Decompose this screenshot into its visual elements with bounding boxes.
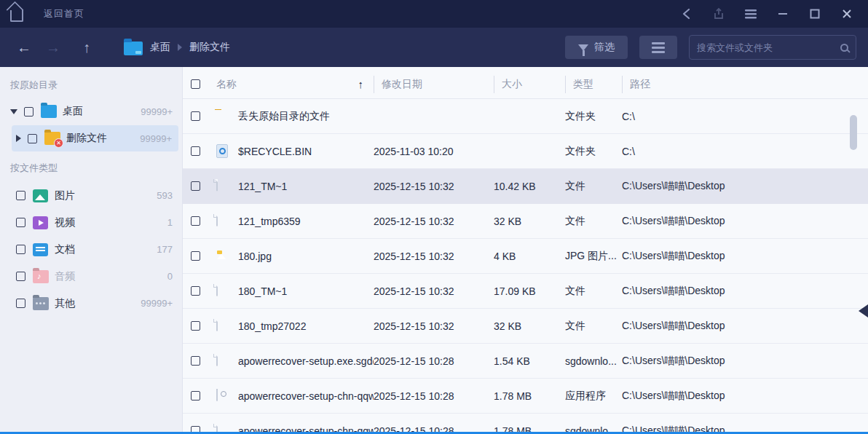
toolbar: ← → ↑ 桌面 删除文件 筛选: [0, 28, 868, 67]
other-files-icon: [33, 297, 49, 310]
breadcrumb-desktop[interactable]: 桌面: [150, 41, 170, 54]
table-row[interactable]: apowerrecover-setup-chn-qqw... 2025-12-1…: [183, 414, 868, 434]
checkbox[interactable]: [191, 391, 200, 401]
view-menu-button[interactable]: [639, 36, 677, 59]
checkbox[interactable]: [191, 181, 200, 191]
table-row-selected[interactable]: 121_TM~1 2025-12-15 10:32 10.42 KB 文件 C:…: [183, 169, 868, 204]
file-size: 4 KB: [494, 250, 565, 262]
filter-button[interactable]: 筛选: [565, 36, 628, 59]
application-icon: [216, 389, 218, 401]
file-path: C:\Users\喵喵\Desktop: [622, 355, 868, 368]
column-header-name[interactable]: 名称 ↑: [183, 70, 374, 98]
sidebar-item-others[interactable]: 其他 99999+: [0, 290, 182, 317]
table-row[interactable]: apowerrecover-setup.exe.sgdo... 2025-12-…: [183, 344, 868, 379]
caret-down-icon[interactable]: [10, 109, 17, 114]
table-row[interactable]: 丢失原始目录的文件 文件夹 C:\: [183, 99, 868, 134]
table-header: 名称 ↑ 修改日期 大小 类型 路径: [183, 70, 868, 99]
checkbox[interactable]: [191, 356, 200, 366]
sort-ascending-icon[interactable]: ↑: [358, 78, 364, 90]
vertical-scrollbar[interactable]: [850, 115, 857, 150]
file-name: 180.jpg: [238, 250, 272, 262]
sidebar-item-label: 音频: [55, 270, 75, 283]
column-header-date[interactable]: 修改日期: [374, 70, 494, 98]
item-count: 99999+: [141, 106, 173, 117]
home-icon: [10, 10, 23, 22]
column-header-type[interactable]: 类型: [565, 70, 622, 98]
hamburger-icon: [652, 42, 665, 44]
sidebar-item-audio[interactable]: ♪ 音频 0: [0, 263, 182, 290]
checkbox[interactable]: [28, 134, 37, 143]
home-button-label: 返回首页: [44, 7, 84, 20]
table-row[interactable]: 180_TM~1 2025-12-15 10:32 17.09 KB 文件 C:…: [183, 274, 868, 309]
up-button[interactable]: ↑: [74, 39, 99, 56]
menu-icon[interactable]: [740, 4, 762, 23]
breadcrumb-deleted-files[interactable]: 删除文件: [189, 41, 230, 54]
sidebar-item-desktop[interactable]: 桌面 99999+: [0, 99, 182, 124]
file-name: 丢失原始目录的文件: [238, 110, 330, 123]
select-all-checkbox[interactable]: [191, 79, 200, 89]
checkbox[interactable]: [191, 251, 200, 261]
sidebar-item-videos[interactable]: 视频 1: [0, 209, 182, 236]
home-button[interactable]: 返回首页: [10, 6, 84, 22]
file-size: 1.78 MB: [494, 390, 565, 402]
checkbox[interactable]: [191, 321, 200, 331]
table-row[interactable]: 121_tmp6359 2025-12-15 10:32 32 KB 文件 C:…: [183, 204, 868, 239]
search-icon[interactable]: [840, 44, 848, 52]
column-header-size[interactable]: 大小: [494, 70, 565, 98]
file-path: C:\Users\喵喵\Desktop: [622, 320, 868, 333]
caret-right-icon[interactable]: [16, 135, 21, 142]
column-header-path[interactable]: 路径: [622, 70, 868, 98]
close-icon[interactable]: [836, 4, 858, 23]
filter-button-label: 筛选: [594, 41, 615, 54]
checkbox[interactable]: [191, 146, 200, 156]
checkbox[interactable]: [16, 299, 25, 308]
checkbox[interactable]: [16, 245, 25, 254]
file-type: 文件: [565, 180, 622, 193]
export-icon[interactable]: [708, 4, 730, 23]
file-path: C:\: [622, 111, 868, 122]
audio-icon: ♪: [33, 270, 49, 283]
search-box: [689, 35, 856, 60]
app-window: 返回首页 ← → ↑: [0, 0, 868, 434]
checkbox[interactable]: [16, 272, 25, 281]
file-path: C:\Users\喵喵\Desktop: [622, 390, 868, 403]
file-date: 2025-11-03 10:20: [374, 146, 494, 157]
funnel-icon: [578, 44, 588, 51]
sidebar-item-documents[interactable]: 文档 177: [0, 236, 182, 263]
file-name: 180_TM~1: [238, 285, 287, 297]
sidebar-item-label: 其他: [55, 297, 75, 310]
minimize-icon[interactable]: [772, 4, 794, 23]
table-row[interactable]: apowerrecover-setup-chn-qqw... 2025-12-1…: [183, 379, 868, 414]
sidebar-item-images[interactable]: 图片 593: [0, 182, 182, 209]
file-size: 17.09 KB: [494, 285, 565, 297]
document-icon: [33, 243, 48, 256]
file-icon: [216, 179, 218, 192]
file-size: 32 KB: [494, 216, 565, 227]
sidebar-item-deleted-files[interactable]: ✕ 删除文件 99999+: [12, 125, 178, 151]
checkbox[interactable]: [191, 111, 200, 121]
file-date: 2025-12-15 10:28: [374, 355, 494, 367]
search-input[interactable]: [697, 42, 840, 53]
checkbox[interactable]: [24, 107, 33, 117]
file-type: 文件: [565, 320, 622, 333]
checkbox[interactable]: [191, 286, 200, 296]
file-name: apowerrecover-setup-chn-qqw...: [238, 390, 374, 402]
folder-icon: [41, 105, 57, 118]
item-count: 1: [167, 217, 173, 228]
table-row[interactable]: 180.jpg 2025-12-15 10:32 4 KB JPG 图片... …: [183, 239, 868, 274]
table-row[interactable]: 180_tmp27022 2025-12-15 10:32 32 KB 文件 C…: [183, 309, 868, 344]
checkbox[interactable]: [191, 216, 200, 226]
checkbox[interactable]: [16, 218, 25, 227]
maximize-icon[interactable]: [804, 4, 826, 23]
file-name: 121_tmp6359: [238, 216, 301, 227]
file-name: $RECYCLE.BIN: [238, 146, 312, 157]
file-type: 文件夹: [565, 145, 622, 158]
forward-button[interactable]: →: [41, 39, 66, 56]
back-button[interactable]: ←: [12, 39, 36, 56]
file-icon: [216, 284, 218, 296]
file-table: 名称 ↑ 修改日期 大小 类型 路径 丢失原始目录的文件 文件夹 C:\ $RE…: [183, 67, 868, 434]
collapse-panel-arrow-icon[interactable]: [859, 304, 868, 317]
checkbox[interactable]: [16, 191, 25, 200]
share-icon[interactable]: [676, 4, 698, 23]
table-row[interactable]: $RECYCLE.BIN 2025-11-03 10:20 文件夹 C:\: [183, 134, 868, 169]
